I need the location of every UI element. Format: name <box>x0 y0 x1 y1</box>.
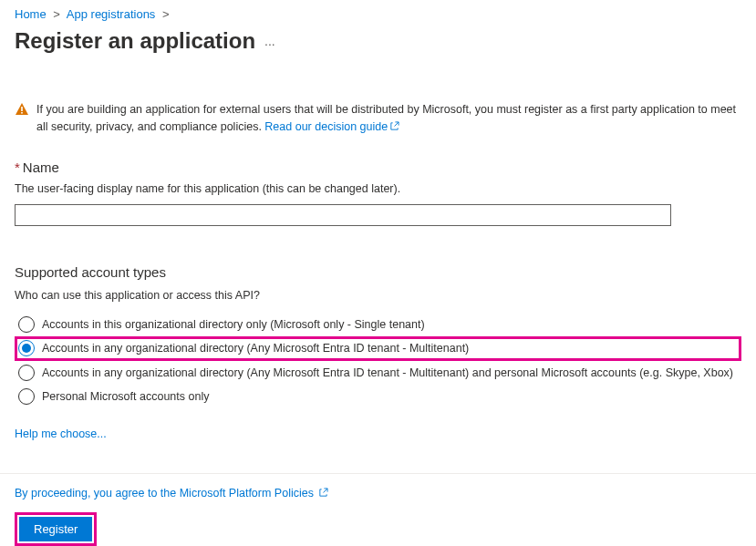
warning-icon <box>15 102 29 117</box>
name-field-label-text: Name <box>23 160 59 175</box>
name-field-label: *Name <box>15 160 741 175</box>
radio-option-multitenant-personal[interactable]: Accounts in any organizational directory… <box>15 361 741 386</box>
radio-option-single-tenant[interactable]: Accounts in this organizational director… <box>15 313 741 337</box>
name-input[interactable] <box>15 204 671 226</box>
breadcrumb: Home > App registrations > <box>0 0 756 25</box>
external-link-icon <box>318 488 328 498</box>
chevron-right-icon: > <box>162 7 170 21</box>
radio-label: Personal Microsoft accounts only <box>42 388 209 406</box>
info-banner: If you are building an application for e… <box>15 94 741 143</box>
consent-prefix: By proceeding, you agree to the <box>15 487 180 500</box>
name-field-description: The user-facing display name for this ap… <box>15 182 741 195</box>
radio-option-personal-only[interactable]: Personal Microsoft accounts only <box>15 385 741 409</box>
account-types-radio-group: Accounts in this organizational director… <box>15 313 741 409</box>
radio-icon <box>18 316 35 333</box>
help-me-choose-link[interactable]: Help me choose... <box>15 428 107 440</box>
consent-text: By proceeding, you agree to the Microsof… <box>15 487 741 500</box>
platform-policies-link-label: Microsoft Platform Policies <box>180 487 314 500</box>
platform-policies-link[interactable]: Microsoft Platform Policies <box>180 487 329 500</box>
decision-guide-link-label: Read our decision guide <box>264 120 388 133</box>
radio-label: Accounts in this organizational director… <box>42 316 425 334</box>
account-types-heading: Supported account types <box>15 264 741 280</box>
svg-rect-1 <box>21 112 23 114</box>
breadcrumb-home[interactable]: Home <box>15 7 47 21</box>
external-link-icon <box>389 121 399 131</box>
radio-label: Accounts in any organizational directory… <box>42 340 469 357</box>
radio-label: Accounts in any organizational directory… <box>42 365 733 382</box>
footer: By proceeding, you agree to the Microsof… <box>0 473 756 547</box>
account-types-sub: Who can use this application or access t… <box>15 289 741 302</box>
more-menu-icon[interactable]: ··· <box>264 31 275 51</box>
breadcrumb-app-registrations[interactable]: App registrations <box>67 7 156 21</box>
required-indicator: * <box>15 160 20 175</box>
radio-icon <box>18 340 35 356</box>
radio-option-multitenant[interactable]: Accounts in any organizational directory… <box>15 336 741 361</box>
register-button-highlight: Register <box>15 512 97 546</box>
radio-icon <box>18 388 35 405</box>
info-banner-text: If you are building an application for e… <box>36 101 741 136</box>
register-button[interactable]: Register <box>19 517 92 541</box>
decision-guide-link[interactable]: Read our decision guide <box>264 120 399 133</box>
chevron-right-icon: > <box>53 7 60 21</box>
page-title-row: Register an application ··· <box>0 25 756 68</box>
page-title: Register an application <box>15 28 255 54</box>
svg-rect-0 <box>21 107 23 111</box>
radio-icon <box>18 365 35 381</box>
